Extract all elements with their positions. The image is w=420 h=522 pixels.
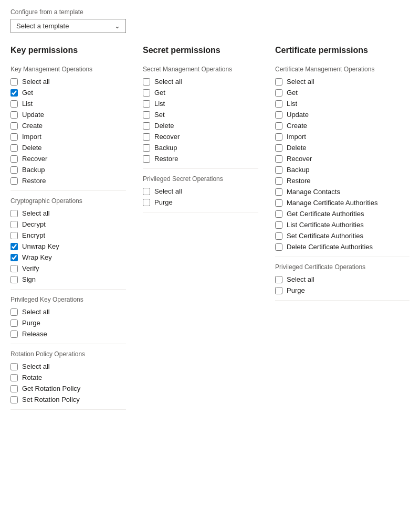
- cm-get-label[interactable]: Get: [287, 89, 298, 97]
- km-get-checkbox[interactable]: [10, 89, 18, 97]
- sm-delete-checkbox[interactable]: [143, 122, 150, 130]
- km-create-checkbox[interactable]: [10, 122, 18, 130]
- pc-selectall-checkbox[interactable]: [275, 276, 282, 283]
- ps-purge-checkbox[interactable]: [143, 199, 150, 206]
- pk-release-checkbox[interactable]: [10, 331, 18, 338]
- co-encrypt-label[interactable]: Encrypt: [22, 231, 45, 239]
- co-verify-label[interactable]: Verify: [22, 264, 39, 272]
- co-wrapkey-label[interactable]: Wrap Key: [22, 253, 52, 261]
- sm-recover-checkbox[interactable]: [143, 133, 150, 141]
- km-backup-label[interactable]: Backup: [22, 166, 45, 174]
- km-backup-checkbox[interactable]: [10, 166, 18, 174]
- cm-getca-checkbox[interactable]: [275, 210, 282, 218]
- pc-purge-label[interactable]: Purge: [287, 286, 305, 294]
- km-restore-checkbox[interactable]: [10, 177, 18, 185]
- co-sign-label[interactable]: Sign: [22, 275, 36, 283]
- km-import-checkbox[interactable]: [10, 133, 18, 141]
- km-update-checkbox[interactable]: [10, 111, 18, 119]
- co-verify-checkbox[interactable]: [10, 265, 18, 272]
- co-selectall-label[interactable]: Select all: [22, 209, 50, 217]
- cm-get-checkbox[interactable]: [275, 89, 282, 97]
- cm-backup-checkbox[interactable]: [275, 166, 282, 174]
- sm-get-label[interactable]: Get: [154, 89, 165, 97]
- km-recover-checkbox[interactable]: [10, 155, 18, 163]
- km-list-checkbox[interactable]: [10, 100, 18, 108]
- sm-selectall-label[interactable]: Select all: [154, 78, 182, 86]
- cm-manageca-checkbox[interactable]: [275, 199, 282, 207]
- km-selectall-checkbox[interactable]: [10, 78, 18, 86]
- cm-setca-label[interactable]: Set Certificate Authorities: [287, 232, 363, 240]
- cm-create-label[interactable]: Create: [287, 122, 307, 130]
- template-dropdown[interactable]: Select a template ⌄: [10, 19, 126, 33]
- cm-update-checkbox[interactable]: [275, 111, 282, 119]
- co-wrapkey-checkbox[interactable]: [10, 254, 18, 261]
- cm-delete-checkbox[interactable]: [275, 144, 282, 152]
- co-decrypt-checkbox[interactable]: [10, 221, 18, 228]
- cm-recover-checkbox[interactable]: [275, 155, 282, 163]
- ps-selectall-checkbox[interactable]: [143, 188, 150, 195]
- cm-deleteca-label[interactable]: Delete Certificate Authorities: [287, 243, 373, 251]
- cm-restore-checkbox[interactable]: [275, 177, 282, 185]
- cm-deleteca-checkbox[interactable]: [275, 243, 282, 251]
- rp-rotate-label[interactable]: Rotate: [22, 374, 42, 381]
- cm-manageca-label[interactable]: Manage Certificate Authorities: [287, 199, 377, 207]
- cm-backup-label[interactable]: Backup: [287, 166, 309, 174]
- cm-delete-label[interactable]: Delete: [287, 144, 307, 152]
- km-import-label[interactable]: Import: [22, 133, 41, 141]
- co-decrypt-label[interactable]: Decrypt: [22, 220, 46, 228]
- cm-update-label[interactable]: Update: [287, 111, 309, 119]
- sm-delete-label[interactable]: Delete: [154, 122, 174, 130]
- pc-purge-checkbox[interactable]: [275, 287, 282, 294]
- pk-selectall-label[interactable]: Select all: [22, 308, 50, 316]
- rp-setpolicy-checkbox[interactable]: [10, 396, 18, 403]
- cm-selectall-label[interactable]: Select all: [287, 78, 314, 86]
- km-delete-checkbox[interactable]: [10, 144, 18, 152]
- co-unwrapkey-label[interactable]: Unwrap Key: [22, 242, 59, 250]
- km-recover-label[interactable]: Recover: [22, 155, 47, 163]
- co-unwrapkey-checkbox[interactable]: [10, 243, 18, 250]
- pc-selectall-label[interactable]: Select all: [287, 275, 314, 283]
- pk-selectall-checkbox[interactable]: [10, 308, 18, 316]
- cm-list-checkbox[interactable]: [275, 100, 282, 108]
- rp-selectall-label[interactable]: Select all: [22, 363, 50, 370]
- cm-import-checkbox[interactable]: [275, 133, 282, 141]
- sm-backup-checkbox[interactable]: [143, 144, 150, 152]
- pk-purge-checkbox[interactable]: [10, 319, 18, 327]
- sm-recover-label[interactable]: Recover: [154, 133, 180, 141]
- co-encrypt-checkbox[interactable]: [10, 232, 18, 239]
- cm-getca-label[interactable]: Get Certificate Authorities: [287, 210, 364, 218]
- co-selectall-checkbox[interactable]: [10, 210, 18, 217]
- cm-recover-label[interactable]: Recover: [287, 155, 312, 163]
- ps-purge-label[interactable]: Purge: [154, 198, 173, 206]
- sm-list-label[interactable]: List: [154, 100, 165, 108]
- sm-list-checkbox[interactable]: [143, 100, 150, 108]
- cm-setca-checkbox[interactable]: [275, 232, 282, 240]
- km-restore-label[interactable]: Restore: [22, 177, 46, 185]
- cm-import-label[interactable]: Import: [287, 133, 306, 141]
- sm-restore-checkbox[interactable]: [143, 155, 150, 163]
- cm-create-checkbox[interactable]: [275, 122, 282, 130]
- km-update-label[interactable]: Update: [22, 111, 44, 119]
- sm-backup-label[interactable]: Backup: [154, 144, 177, 152]
- km-get-label[interactable]: Get: [22, 89, 33, 97]
- sm-set-label[interactable]: Set: [154, 111, 165, 119]
- rp-selectall-checkbox[interactable]: [10, 363, 18, 370]
- pk-release-label[interactable]: Release: [22, 330, 47, 338]
- sm-set-checkbox[interactable]: [143, 111, 150, 119]
- ps-selectall-label[interactable]: Select all: [154, 187, 182, 195]
- cm-list-label[interactable]: List: [287, 100, 297, 108]
- cm-restore-label[interactable]: Restore: [287, 177, 311, 185]
- km-selectall-label[interactable]: Select all: [22, 78, 50, 86]
- sm-restore-label[interactable]: Restore: [154, 155, 178, 163]
- km-delete-label[interactable]: Delete: [22, 144, 42, 152]
- co-sign-checkbox[interactable]: [10, 276, 18, 283]
- rp-getpolicy-label[interactable]: Get Rotation Policy: [22, 385, 80, 392]
- km-list-label[interactable]: List: [22, 100, 33, 108]
- cm-listca-label[interactable]: List Certificate Authorities: [287, 221, 364, 229]
- cm-selectall-checkbox[interactable]: [275, 78, 282, 86]
- km-create-label[interactable]: Create: [22, 122, 43, 130]
- rp-getpolicy-checkbox[interactable]: [10, 385, 18, 392]
- sm-get-checkbox[interactable]: [143, 89, 150, 97]
- rp-setpolicy-label[interactable]: Set Rotation Policy: [22, 396, 80, 403]
- pk-purge-label[interactable]: Purge: [22, 319, 40, 327]
